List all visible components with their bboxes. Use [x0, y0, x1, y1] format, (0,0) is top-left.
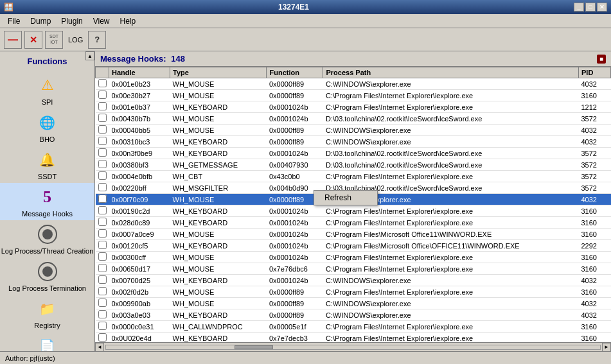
minus-button[interactable]: — — [4, 31, 22, 49]
row-checkbox[interactable] — [96, 286, 109, 298]
row-checkbox-input[interactable] — [98, 102, 107, 110]
sidebar-item-file[interactable]: 📄 File — [0, 332, 94, 351]
row-checkbox-input[interactable] — [98, 275, 107, 284]
row-checkbox[interactable] — [96, 298, 109, 309]
table-row[interactable]: 0x002f0d2b WH_MOUSE 0x0000ff89 C:\Progra… — [96, 286, 611, 298]
sdt-button[interactable]: SDTIOT — [45, 31, 63, 49]
sidebar-item-log-process-termination[interactable]: Log Process Termination — [0, 257, 94, 295]
row-checkbox[interactable] — [96, 159, 109, 171]
table-row[interactable]: 0x00380bf3 WH_GETMESSAGE 0x00407930 D:\0… — [96, 159, 611, 171]
table-container[interactable]: Handle Type Function Process Path PID 0x… — [95, 67, 611, 342]
row-checkbox-input[interactable] — [98, 183, 107, 191]
sidebar-item-bho[interactable]: 🌐 BHO — [0, 108, 94, 146]
row-checkbox[interactable] — [96, 321, 109, 333]
menu-view[interactable]: View — [88, 15, 115, 27]
row-checkbox-input[interactable] — [98, 160, 107, 168]
horizontal-scroll-track[interactable] — [105, 345, 601, 350]
row-checkbox[interactable] — [96, 205, 109, 217]
table-row[interactable]: 0x00190c2d WH_KEYBOARD 0x0001024b C:\Pro… — [96, 205, 611, 217]
table-row[interactable]: 0x00650d17 WH_MOUSE 0x7e76dbc6 C:\Progra… — [96, 263, 611, 275]
menu-help[interactable]: Help — [115, 15, 141, 27]
menu-file[interactable]: File — [3, 15, 25, 27]
row-checkbox[interactable] — [96, 113, 109, 125]
table-row[interactable]: 0x0000c0e31 WH_CALLWNDPROC 0x00005e1f C:… — [96, 321, 611, 333]
sidebar-item-registry[interactable]: 📁 Registry — [0, 295, 94, 332]
table-row[interactable]: 0x009900ab WH_MOUSE 0x0000ff89 C:\WINDOW… — [96, 298, 611, 309]
row-checkbox[interactable] — [96, 252, 109, 263]
table-row[interactable]: 0x00n3f0be9 WH_KEYBOARD 0x0001024b D:\03… — [96, 148, 611, 159]
col-pid[interactable]: PID — [579, 67, 611, 78]
row-checkbox[interactable] — [96, 194, 109, 205]
row-checkbox-input[interactable] — [98, 287, 107, 295]
row-checkbox[interactable] — [96, 136, 109, 148]
col-type[interactable]: Type — [170, 67, 267, 78]
table-row[interactable]: 0x00700d25 WH_KEYBOARD 0x0001024b C:\WIN… — [96, 275, 611, 286]
row-checkbox[interactable] — [96, 229, 109, 240]
col-path[interactable]: Process Path — [323, 67, 579, 78]
col-function[interactable]: Function — [267, 67, 323, 78]
row-checkbox-input[interactable] — [98, 171, 107, 180]
row-checkbox-input[interactable] — [98, 148, 107, 157]
sidebar-item-message-hooks[interactable]: 5 Message Hooks — [0, 183, 94, 220]
table-row[interactable]: 0x001e0b37 WH_KEYBOARD 0x0001024b C:\Pro… — [96, 101, 611, 113]
table-row[interactable]: 0x00120cf5 WH_KEYBOARD 0x0001024b C:\Pro… — [96, 240, 611, 252]
row-checkbox-input[interactable] — [98, 229, 107, 238]
close-button[interactable]: ✕ — [597, 3, 607, 12]
row-checkbox-input[interactable] — [98, 125, 107, 134]
sidebar-item-ssdt[interactable]: 🔔 SSDT — [0, 146, 94, 183]
table-row[interactable]: 0x00040bb5 WH_MOUSE 0x0000ff89 C:\WINDOW… — [96, 125, 611, 136]
row-checkbox[interactable] — [96, 275, 109, 286]
help-button[interactable]: ? — [88, 31, 106, 49]
row-checkbox-input[interactable] — [98, 218, 107, 226]
row-checkbox[interactable] — [96, 333, 109, 343]
row-checkbox-input[interactable] — [98, 333, 107, 342]
row-checkbox-input[interactable] — [98, 322, 107, 330]
table-row[interactable]: 0x00300cff WH_MOUSE 0x0001024b C:\Progra… — [96, 252, 611, 263]
scroll-left-button[interactable]: ◄ — [95, 343, 104, 352]
row-checkbox-input[interactable] — [98, 137, 107, 145]
row-checkbox[interactable] — [96, 125, 109, 136]
table-row[interactable]: 0x0U020e4d WH_KEYBOARD 0x7e7decb3 C:\Pro… — [96, 333, 611, 343]
row-checkbox-input[interactable] — [98, 252, 107, 261]
context-menu-refresh[interactable]: Refresh — [314, 191, 377, 205]
maximize-button[interactable]: □ — [585, 3, 596, 12]
table-row[interactable]: 0x003a0e03 WH_KEYBOARD 0x0000ff89 C:\WIN… — [96, 309, 611, 321]
sidebar-item-log-process-thread[interactable]: Log Process/Thread Creation — [0, 220, 94, 257]
sidebar-item-spi[interactable]: ⚠ SPI — [0, 71, 94, 108]
row-checkbox[interactable] — [96, 101, 109, 113]
row-checkbox[interactable] — [96, 182, 109, 194]
col-handle[interactable]: Handle — [109, 67, 170, 78]
table-row[interactable]: 0x0004e0bfb WH_CBT 0x43c0b0 C:\Program F… — [96, 171, 611, 182]
table-row[interactable]: 0x001e0b23 WH_MOUSE 0x0000ff89 C:\WINDOW… — [96, 78, 611, 90]
row-checkbox[interactable] — [96, 309, 109, 321]
row-checkbox[interactable] — [96, 263, 109, 275]
row-checkbox-input[interactable] — [98, 195, 107, 203]
sidebar-scroll-up[interactable]: ▲ — [85, 51, 94, 60]
row-checkbox-input[interactable] — [98, 241, 107, 249]
row-checkbox[interactable] — [96, 217, 109, 229]
row-checkbox-input[interactable] — [98, 79, 107, 87]
minimize-button[interactable]: _ — [574, 3, 584, 12]
log-button[interactable]: LOG — [66, 33, 85, 46]
row-checkbox[interactable] — [96, 171, 109, 182]
menu-plugin[interactable]: Plugin — [56, 15, 87, 27]
x-button[interactable]: ✕ — [24, 31, 42, 49]
row-checkbox-input[interactable] — [98, 310, 107, 318]
horizontal-scrollbar[interactable]: ◄ ► — [95, 342, 611, 351]
row-checkbox[interactable] — [96, 78, 109, 90]
row-checkbox-input[interactable] — [98, 264, 107, 272]
row-checkbox-input[interactable] — [98, 91, 107, 99]
horizontal-scroll-thumb[interactable] — [235, 345, 273, 349]
row-checkbox[interactable] — [96, 148, 109, 159]
table-row[interactable]: 0x00310bc3 WH_KEYBOARD 0x0000ff89 C:\WIN… — [96, 136, 611, 148]
table-row[interactable]: 0x00430b7b WH_MOUSE 0x0001024b D:\03.too… — [96, 113, 611, 125]
table-row[interactable]: 0x0007a0ce9 WH_MOUSE 0x0001024b C:\Progr… — [96, 229, 611, 240]
row-checkbox[interactable] — [96, 240, 109, 252]
row-checkbox-input[interactable] — [98, 114, 107, 122]
scroll-right-button[interactable]: ► — [602, 343, 611, 352]
table-row[interactable]: 0x00e30b27 WH_MOUSE 0x0000ff89 C:\Progra… — [96, 90, 611, 101]
row-checkbox[interactable] — [96, 90, 109, 101]
row-checkbox-input[interactable] — [98, 299, 107, 307]
menu-dump[interactable]: Dump — [25, 15, 56, 27]
table-row[interactable]: 0x028d0c89 WH_KEYBOARD 0x0001024b C:\Pro… — [96, 217, 611, 229]
